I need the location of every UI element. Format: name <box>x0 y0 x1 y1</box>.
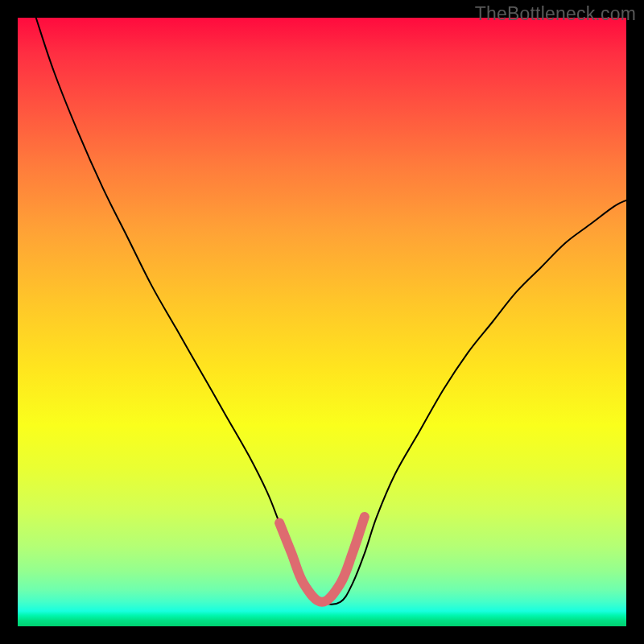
pink-highlight <box>279 517 365 602</box>
chart-frame: TheBottleneck.com <box>0 0 644 644</box>
black-curve <box>36 18 626 605</box>
watermark-text: TheBottleneck.com <box>475 3 636 25</box>
plot-area <box>18 18 626 626</box>
curve-overlay <box>18 18 626 626</box>
